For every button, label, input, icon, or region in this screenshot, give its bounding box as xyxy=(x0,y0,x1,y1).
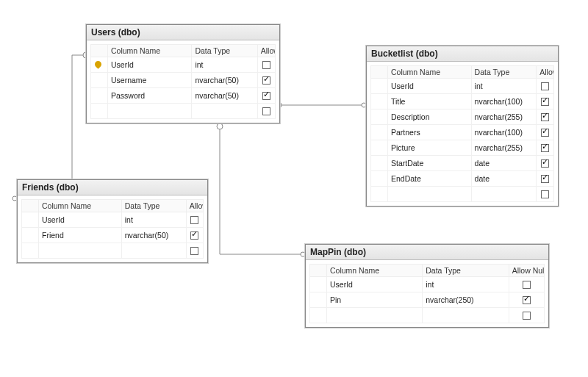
column-name[interactable]: Partners xyxy=(388,125,472,140)
column-name[interactable]: Description xyxy=(388,109,472,125)
checkbox-icon[interactable] xyxy=(541,98,549,106)
column-name[interactable]: UserId xyxy=(327,277,423,292)
relationship-line[interactable] xyxy=(17,55,86,198)
table-row[interactable]: UserIdint xyxy=(371,79,554,94)
column-name[interactable]: Password xyxy=(108,88,192,104)
allow-nulls-cell[interactable] xyxy=(509,277,544,292)
table-friends[interactable]: Friends (dbo) Column NameData TypeAllow … xyxy=(17,179,208,263)
row-selector xyxy=(22,212,39,228)
table-users[interactable]: Users (dbo) Column NameData TypeAllow Nu… xyxy=(86,24,280,123)
column-type[interactable]: nvarchar(50) xyxy=(192,88,257,104)
column-grid: Column NameData TypeAllow NullsUserIdint… xyxy=(21,199,204,259)
header-col: Column Name xyxy=(327,265,423,277)
checkbox-icon[interactable] xyxy=(541,82,549,90)
allow-nulls-cell[interactable] xyxy=(537,125,554,140)
allow-nulls-cell[interactable] xyxy=(509,292,544,308)
table-bucketlist[interactable]: Bucketlist (dbo) Column NameData TypeAll… xyxy=(366,46,559,207)
table-row[interactable]: Picturenvarchar(255) xyxy=(371,140,554,156)
column-type[interactable]: int xyxy=(471,79,537,94)
column-type[interactable]: nvarchar(255) xyxy=(471,140,537,156)
allow-nulls-cell[interactable] xyxy=(257,88,275,104)
checkbox-icon[interactable] xyxy=(190,247,198,255)
row-selector xyxy=(371,79,388,94)
table-title[interactable]: Bucketlist (dbo) xyxy=(367,46,558,62)
table-row[interactable] xyxy=(310,308,545,323)
row-selector xyxy=(371,156,388,171)
column-name[interactable]: Title xyxy=(388,94,472,109)
table-row[interactable]: EndDatedate xyxy=(371,171,554,187)
column-type[interactable]: int xyxy=(121,212,186,228)
checkbox-icon[interactable] xyxy=(262,92,270,100)
column-type[interactable]: nvarchar(50) xyxy=(192,73,257,88)
table-row[interactable]: Friendnvarchar(50) xyxy=(22,228,204,243)
table-row[interactable]: Usernamenvarchar(50) xyxy=(91,73,276,88)
checkbox-icon[interactable] xyxy=(190,231,198,240)
header-nulls: Allow Nulls xyxy=(537,66,554,79)
table-row[interactable]: Passwordnvarchar(50) xyxy=(91,88,276,104)
checkbox-icon[interactable] xyxy=(523,312,531,320)
checkbox-icon[interactable] xyxy=(262,61,270,69)
checkbox-icon[interactable] xyxy=(541,129,549,137)
table-row[interactable]: UserIdint xyxy=(310,277,545,292)
row-selector xyxy=(371,109,388,125)
column-type[interactable]: date xyxy=(471,171,537,187)
checkbox-icon[interactable] xyxy=(541,144,549,152)
column-type[interactable]: nvarchar(50) xyxy=(121,228,186,243)
column-type[interactable]: nvarchar(250) xyxy=(423,292,509,308)
table-row[interactable] xyxy=(91,104,276,119)
table-row[interactable] xyxy=(371,187,554,202)
row-selector xyxy=(371,140,388,156)
row-selector xyxy=(371,171,388,187)
allow-nulls-cell[interactable] xyxy=(257,57,275,73)
table-row[interactable]: Pinnvarchar(250) xyxy=(310,292,545,308)
allow-nulls-cell[interactable] xyxy=(186,228,203,243)
checkbox-icon[interactable] xyxy=(190,216,198,224)
allow-nulls-cell[interactable] xyxy=(537,79,554,94)
column-name[interactable]: UserId xyxy=(39,212,122,228)
table-row[interactable]: UserIdint xyxy=(91,57,276,73)
column-type[interactable]: date xyxy=(471,156,537,171)
allow-nulls-cell[interactable] xyxy=(257,73,275,88)
allow-nulls-cell[interactable] xyxy=(537,171,554,187)
column-type[interactable]: int xyxy=(423,277,509,292)
allow-nulls-cell[interactable] xyxy=(186,212,203,228)
column-type[interactable]: nvarchar(100) xyxy=(471,94,537,109)
table-title[interactable]: Friends (dbo) xyxy=(18,180,207,195)
table-title[interactable]: Users (dbo) xyxy=(87,25,279,40)
checkbox-icon[interactable] xyxy=(262,107,270,115)
checkbox-icon[interactable] xyxy=(541,190,549,198)
row-selector xyxy=(91,73,108,88)
allow-nulls-cell[interactable] xyxy=(537,94,554,109)
column-name[interactable]: Picture xyxy=(388,140,472,156)
allow-nulls-cell[interactable] xyxy=(537,140,554,156)
relationship-key-icon xyxy=(217,123,223,129)
allow-nulls-cell[interactable] xyxy=(537,109,554,125)
column-type[interactable]: nvarchar(255) xyxy=(471,109,537,125)
column-type[interactable]: nvarchar(100) xyxy=(471,125,537,140)
table-row[interactable] xyxy=(22,243,204,259)
table-mappin[interactable]: MapPin (dbo) Column NameData TypeAllow N… xyxy=(305,244,549,328)
checkbox-icon[interactable] xyxy=(541,159,549,168)
header-col: Column Name xyxy=(388,66,472,79)
column-name[interactable]: UserId xyxy=(108,57,192,73)
column-name[interactable]: StartDate xyxy=(388,156,472,171)
column-name[interactable]: Username xyxy=(108,73,192,88)
column-name[interactable]: UserId xyxy=(388,79,472,94)
table-row[interactable]: Titlenvarchar(100) xyxy=(371,94,554,109)
table-row[interactable]: Descriptionnvarchar(255) xyxy=(371,109,554,125)
allow-nulls-cell[interactable] xyxy=(537,156,554,171)
column-name[interactable]: Friend xyxy=(39,228,122,243)
checkbox-icon[interactable] xyxy=(523,296,531,304)
table-row[interactable]: Partnersnvarchar(100) xyxy=(371,125,554,140)
checkbox-icon[interactable] xyxy=(541,113,549,121)
column-name[interactable]: EndDate xyxy=(388,171,472,187)
checkbox-icon[interactable] xyxy=(262,76,270,85)
table-title[interactable]: MapPin (dbo) xyxy=(306,245,548,260)
relationship-line[interactable] xyxy=(220,126,305,254)
checkbox-icon[interactable] xyxy=(541,175,549,183)
checkbox-icon[interactable] xyxy=(523,281,531,289)
column-type[interactable]: int xyxy=(192,57,257,73)
column-name[interactable]: Pin xyxy=(327,292,423,308)
table-row[interactable]: StartDatedate xyxy=(371,156,554,171)
table-row[interactable]: UserIdint xyxy=(22,212,204,228)
